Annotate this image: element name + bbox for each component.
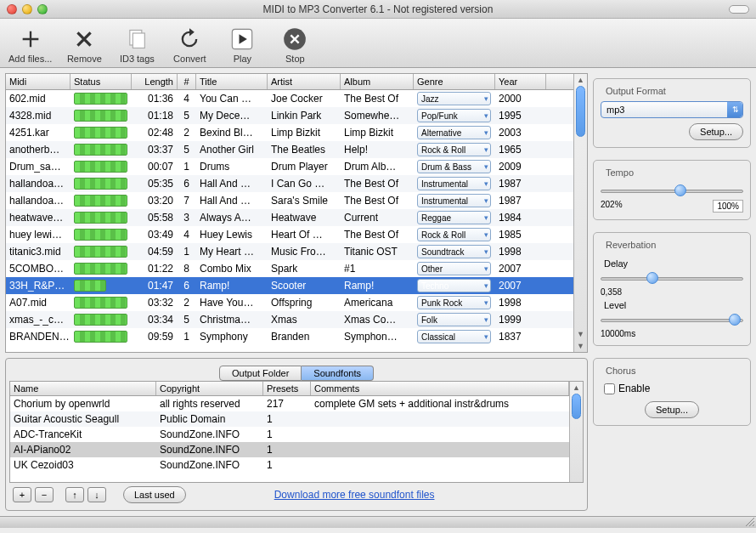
genre-select[interactable]: Instrumental [417,194,491,207]
genre-select[interactable]: Drum & Bass [417,160,491,173]
grid-scrollbar[interactable]: ▲ ▼ ▼ [573,74,587,352]
scroll-down-icon[interactable]: ▼ [574,328,587,340]
col-length[interactable]: Length [132,74,178,89]
table-row[interactable]: 5COMBO…01:228Combo MixSpark#1Other2007 [6,260,573,277]
sf-col-name[interactable]: Name [10,382,156,395]
genre-select[interactable]: Instrumental [417,177,491,190]
list-item[interactable]: UK Cezoid03SoundZone.INFO1 [10,457,569,473]
download-soundfonts-link[interactable]: Download more free soundfont files [274,489,435,501]
sf-add-button[interactable]: + [13,487,31,502]
stop-button[interactable]: Stop [274,22,315,64]
table-row[interactable]: huey lewi…03:494Huey LewisHeart Of …The … [6,226,573,243]
midi-file-grid: Midi Status Length # Title Artist Album … [5,73,588,353]
genre-select[interactable]: Techno [417,279,491,292]
sf-remove-button[interactable]: − [35,487,54,502]
chorus-enable-checkbox[interactable] [604,383,615,394]
table-row[interactable]: hallandoa…03:207Hall And …Sara's SmileTh… [6,192,573,209]
status-progress [74,229,127,241]
genre-select[interactable]: Soundtrack [417,245,491,258]
table-row[interactable]: heatwave…05:583Always A…HeatwaveCurrentR… [6,209,573,226]
scroll-up-icon[interactable]: ▲ [570,382,583,394]
table-row[interactable]: anotherb…03:375Another GirlThe BeatlesHe… [6,141,573,158]
minimize-window-icon[interactable] [22,4,32,14]
table-row[interactable]: xmas_-_c…03:345Christma…XmasXmas Co…Folk… [6,311,573,328]
status-progress [74,144,127,156]
svg-rect-1 [133,33,145,48]
list-item[interactable]: Guitar Acoustic SeagullPublic Domain1 [10,411,569,427]
table-row[interactable]: titanic3.mid04:591My Heart …Music Fro…Ti… [6,243,573,260]
genre-select[interactable]: Folk [417,313,491,326]
soundfont-toolbar: + − ↑ ↓ Last used Download more free sou… [9,483,584,507]
table-row[interactable]: Drum_sa…00:071DrumsDrum PlayerDrum Alb…D… [6,158,573,175]
table-row[interactable]: 4251.kar02:482Bexind Bl…Limp BizkitLimp … [6,124,573,141]
sf-col-copyright[interactable]: Copyright [156,382,263,395]
table-row[interactable]: hallandoa…05:356Hall And …I Can Go …The … [6,175,573,192]
close-window-icon[interactable] [7,4,17,14]
scroll-thumb[interactable] [576,86,585,137]
tab-output-folder[interactable]: Output Folder [219,366,302,381]
sf-move-up-button[interactable]: ↑ [65,487,84,502]
reverb-delay-slider[interactable] [601,270,743,286]
col-year[interactable]: Year [495,74,546,89]
output-format-select[interactable]: mp3 [601,101,743,118]
col-midi[interactable]: Midi [6,74,71,89]
status-progress [74,93,127,105]
genre-select[interactable]: Other [417,262,491,275]
scroll-down-icon[interactable]: ▼ [574,340,587,352]
reverb-level-slider[interactable] [601,312,743,327]
tempo-reset-button[interactable]: 100% [713,200,743,213]
col-num[interactable]: # [178,74,196,89]
list-item[interactable]: ADC-TranceKitSoundZone.INFO1 [10,427,569,442]
refresh-icon [176,26,203,52]
genre-select[interactable]: Classical [417,330,491,343]
genre-select[interactable]: Alternative [417,126,491,139]
x-icon [71,26,98,52]
table-row[interactable]: 602.mid01:364You Can …Joe CockerThe Best… [6,90,573,107]
status-progress [74,331,127,343]
table-row[interactable]: BRANDEN…09:591SymphonyBrandenSymphon…Cla… [6,328,573,345]
window-title: MIDI to MP3 Converter 6.1 - Not register… [263,3,494,15]
status-progress [74,161,127,173]
main-toolbar: Add files... Remove ID3 tags Convert Pla… [0,19,756,68]
add-files-button[interactable]: Add files... [8,22,52,64]
col-artist[interactable]: Artist [268,74,341,89]
genre-select[interactable]: Reggae [417,211,491,224]
convert-button[interactable]: Convert [169,22,210,64]
genre-select[interactable]: Pop/Funk [417,109,491,122]
table-row[interactable]: 4328.mid01:185My Dece…Linkin ParkSomewhe… [6,107,573,124]
scroll-thumb[interactable] [572,394,581,419]
genre-select[interactable]: Jazz [417,92,491,105]
play-button[interactable]: Play [222,22,262,64]
sf-col-comments[interactable]: Comments [311,382,569,395]
reverb-group: Reverbation Delay 0,358 Level 10000ms [593,232,751,346]
tab-soundfonts[interactable]: Soundfonts [302,366,374,381]
id3-tags-button[interactable]: ID3 tags [116,22,157,64]
col-album[interactable]: Album [341,74,414,89]
reverb-delay-value: 0,358 [601,287,622,297]
status-progress [74,110,127,122]
scroll-up-icon[interactable]: ▲ [574,74,587,86]
col-status[interactable]: Status [71,74,132,89]
table-row[interactable]: A07.mid03:322Have You…OffspringAmericana… [6,294,573,311]
list-item[interactable]: AI-APiano02SoundZone.INFO1 [10,442,569,457]
toolbar-toggle-button[interactable] [729,5,749,14]
genre-select[interactable]: Rock & Roll [417,228,491,241]
genre-select[interactable]: Punk Rock [417,296,491,309]
genre-select[interactable]: Rock & Roll [417,143,491,156]
zoom-window-icon[interactable] [37,4,48,14]
traffic-lights [7,4,48,14]
col-genre[interactable]: Genre [414,74,495,89]
col-title[interactable]: Title [196,74,268,89]
tempo-slider[interactable] [601,183,743,198]
list-item[interactable]: Chorium by openwrldall rights reserved21… [10,396,569,411]
sf-scrollbar[interactable]: ▲ [569,382,583,482]
sf-move-down-button[interactable]: ↓ [87,487,106,502]
output-setup-button[interactable]: Setup... [689,123,743,140]
chorus-setup-button[interactable]: Setup... [645,401,699,418]
resize-grip-icon[interactable] [746,518,754,526]
remove-button[interactable]: Remove [64,22,104,64]
sf-col-presets[interactable]: Presets [263,382,311,395]
status-progress [74,297,127,309]
last-used-button[interactable]: Last used [123,486,186,503]
table-row[interactable]: 33H_R&P…01:476Ramp!ScooterRamp!Techno200… [6,277,573,294]
